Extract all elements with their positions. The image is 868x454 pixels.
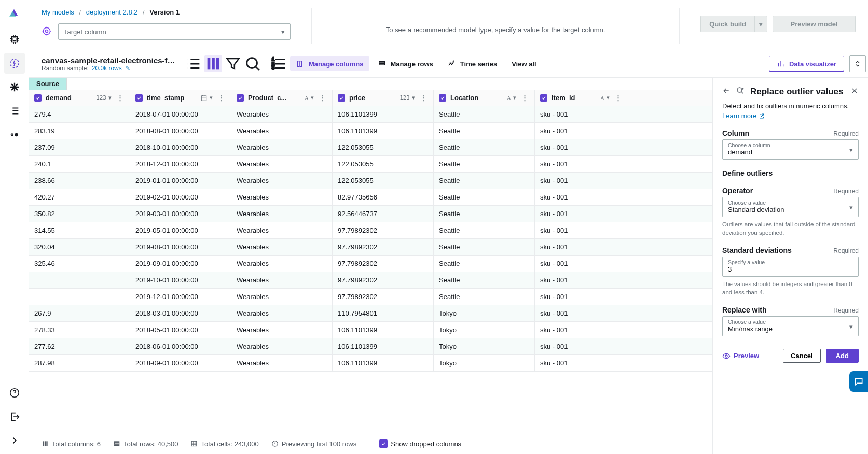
table-cell: Wearables [231, 222, 333, 238]
replace-field-label: Replace with [722, 306, 767, 314]
table-cell: Wearables [231, 256, 333, 272]
app-logo-icon [8, 7, 21, 20]
edit-icon[interactable]: ✎ [125, 65, 130, 72]
column-checkbox[interactable] [135, 94, 143, 102]
table-row[interactable]: 314.552019-05-01 00:00:00Wearables97.798… [29, 222, 712, 239]
steps-icon[interactable]: 123 [270, 55, 288, 72]
nav-asterisk-icon[interactable] [4, 77, 25, 97]
svg-rect-16 [300, 61, 301, 67]
table-cell: 106.1101399 [333, 355, 434, 371]
table-cell: 2019-12-01 00:00:00 [130, 289, 231, 305]
preview-button[interactable]: Preview [722, 352, 759, 360]
table-row[interactable]: 279.42018-07-01 00:00:00Wearables106.110… [29, 106, 712, 123]
stddev-input[interactable]: Specify a value [722, 257, 859, 277]
nav-chip-icon[interactable] [4, 29, 25, 50]
chat-fab[interactable] [849, 371, 868, 392]
column-type[interactable]: A ▾ [600, 94, 610, 101]
table-row[interactable]: 267.92018-03-01 00:00:00Wearables110.795… [29, 305, 712, 322]
manage-rows-button[interactable]: Manage rows [371, 56, 439, 71]
nav-list-icon[interactable] [4, 101, 25, 121]
column-header[interactable]: time_stamp ▾⋮ [130, 90, 231, 106]
table-row[interactable]: 325.462019-09-01 00:00:00Wearables97.798… [29, 256, 712, 272]
time-series-button[interactable]: Time series [442, 56, 503, 71]
breadcrumb-models[interactable]: My models [42, 8, 74, 16]
column-type[interactable]: 123 ▾ [399, 94, 415, 101]
table-row[interactable]: 240.12018-12-01 00:00:00Wearables122.053… [29, 156, 712, 173]
table-cell [29, 289, 130, 305]
column-type[interactable]: ▾ [200, 94, 213, 102]
table-cell: 325.46 [29, 256, 130, 272]
column-type[interactable]: 123 ▾ [96, 94, 112, 101]
add-button[interactable]: Add [826, 349, 859, 363]
table-row[interactable]: 277.622018-06-01 00:00:00Wearables106.11… [29, 338, 712, 355]
table-row[interactable]: 238.662019-01-01 00:00:00Wearables122.05… [29, 173, 712, 189]
preview-model-button[interactable]: Preview model [773, 16, 856, 32]
column-type[interactable]: A ▾ [305, 94, 314, 101]
table-cell: 2018-09-01 00:00:00 [130, 355, 231, 371]
show-dropped-checkbox[interactable] [379, 439, 388, 448]
nav-expand-icon[interactable] [4, 430, 25, 451]
table-cell: sku - 001 [535, 156, 628, 172]
quick-build-caret[interactable]: ▾ [754, 16, 767, 32]
table-cell: Tokyo [434, 338, 535, 354]
column-select[interactable]: Choose a column demand ▾ [722, 139, 859, 160]
column-menu-icon[interactable]: ⋮ [217, 94, 226, 102]
data-visualizer-button[interactable]: Data visualizer [769, 56, 844, 72]
source-tab[interactable]: Source [29, 78, 67, 90]
column-checkbox[interactable] [439, 94, 446, 102]
column-header[interactable]: item_idA ▾⋮ [535, 90, 628, 106]
svg-rect-1 [13, 38, 16, 41]
column-header[interactable]: price123 ▾⋮ [333, 90, 434, 106]
column-checkbox[interactable] [237, 94, 244, 102]
manage-columns-button[interactable]: Manage columns [290, 56, 369, 71]
column-menu-icon[interactable]: ⋮ [419, 94, 428, 102]
table-cell: sku - 001 [535, 222, 628, 238]
column-header[interactable]: Product_c...A ▾⋮ [231, 90, 333, 106]
close-icon[interactable] [850, 87, 859, 96]
filter-icon[interactable] [224, 55, 242, 72]
quick-build-button[interactable]: Quick build [700, 16, 754, 32]
operator-field-label: Operator [722, 187, 753, 195]
search-icon[interactable] [244, 55, 261, 72]
column-checkbox[interactable] [540, 94, 547, 102]
column-menu-icon[interactable]: ⋮ [116, 94, 125, 102]
learn-more-link[interactable]: Learn more [722, 112, 765, 120]
grid-view-icon[interactable] [204, 55, 222, 72]
nav-spark-icon[interactable] [4, 53, 25, 74]
view-all-button[interactable]: View all [505, 57, 542, 71]
sample-value-link[interactable]: 20.0k rows [92, 65, 122, 72]
nav-logout-icon[interactable] [4, 406, 25, 427]
table-row[interactable]: 2019-12-01 00:00:00Wearables97.79892302S… [29, 289, 712, 305]
table-row[interactable]: 2019-10-01 00:00:00Wearables97.79892302S… [29, 272, 712, 289]
nav-help-icon[interactable] [4, 382, 25, 403]
column-checkbox[interactable] [34, 94, 42, 102]
list-view-icon[interactable] [185, 55, 202, 72]
cancel-button[interactable]: Cancel [783, 349, 821, 363]
target-column-select[interactable]: Target column ▾ [58, 23, 291, 40]
column-menu-icon[interactable]: ⋮ [520, 94, 529, 102]
table-row[interactable]: 287.982018-09-01 00:00:00Wearables106.11… [29, 355, 712, 372]
table-row[interactable]: 278.332018-05-01 00:00:00Wearables106.11… [29, 322, 712, 338]
table-row[interactable]: 237.092018-10-01 00:00:00Wearables122.05… [29, 139, 712, 156]
nav-dots-icon[interactable] [4, 124, 25, 145]
back-icon[interactable] [722, 87, 731, 96]
column-checkbox[interactable] [338, 94, 345, 102]
column-header[interactable]: LocationA ▾⋮ [434, 90, 535, 106]
replace-select[interactable]: Choose a value Min/max range ▾ [722, 316, 859, 336]
table-row[interactable]: 350.822019-03-01 00:00:00Wearables92.564… [29, 206, 712, 222]
table-cell: 2018-03-01 00:00:00 [130, 305, 231, 321]
operator-select[interactable]: Choose a value Standard deviation ▾ [722, 197, 859, 217]
column-menu-icon[interactable]: ⋮ [614, 94, 623, 102]
expand-panel-button[interactable] [849, 55, 866, 72]
column-header[interactable]: demand123 ▾⋮ [29, 90, 130, 106]
column-menu-icon[interactable]: ⋮ [318, 94, 327, 102]
table-row[interactable]: 283.192018-08-01 00:00:00Wearables106.11… [29, 123, 712, 139]
column-type[interactable]: A ▾ [507, 94, 516, 101]
table-cell: sku - 001 [535, 173, 628, 189]
table-cell: Seattle [434, 272, 535, 288]
table-row[interactable]: 420.272019-02-01 00:00:00Wearables82.977… [29, 189, 712, 206]
stddev-input-field[interactable] [728, 265, 853, 273]
breadcrumb-deployment[interactable]: deployment 2.8.2 [86, 8, 138, 16]
table-row[interactable]: 320.042019-08-01 00:00:00Wearables97.798… [29, 239, 712, 256]
column-name: price [349, 94, 365, 102]
